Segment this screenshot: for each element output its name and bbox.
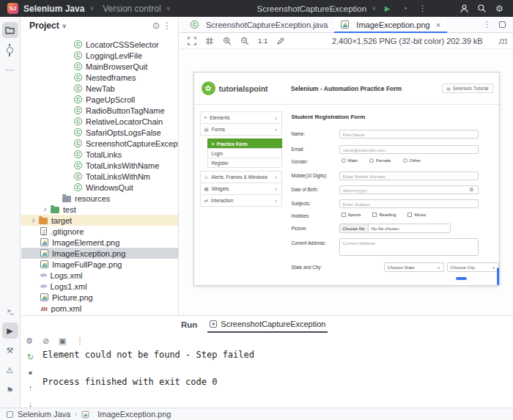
- email-input: [339, 145, 479, 154]
- tree-item[interactable]: CRadioButtonTagName: [21, 105, 178, 116]
- settings-gear-icon[interactable]: ⚙: [493, 2, 506, 15]
- console-settings-icon[interactable]: ⚙: [26, 336, 33, 346]
- tab-image-file[interactable]: ImageException.png ×: [334, 17, 447, 32]
- tree-item[interactable]: ImageElement.png: [21, 237, 178, 248]
- tree-item[interactable]: CPageUpScroll: [21, 94, 178, 105]
- up-stack-icon[interactable]: ↑: [29, 383, 33, 392]
- tree-item[interactable]: CNestedframes: [21, 72, 178, 83]
- console-options-icon[interactable]: ⋮: [76, 336, 84, 346]
- tab-java-file[interactable]: C ScreenshotCaptureException.java: [184, 17, 334, 32]
- tree-item[interactable]: ›test: [21, 204, 178, 215]
- grid-icon[interactable]: [205, 37, 214, 45]
- chevron-right-icon: ›: [30, 216, 37, 224]
- tree-item[interactable]: .gitignore: [21, 226, 178, 237]
- radio-male: Male: [342, 158, 358, 163]
- profiler-icon[interactable]: ◔: [399, 2, 411, 15]
- tree-item[interactable]: CNewTab: [21, 83, 178, 94]
- tree-item[interactable]: mpom.xml: [21, 303, 178, 314]
- tab-options-icon[interactable]: ⋮: [483, 20, 491, 29]
- stop-icon[interactable]: ■: [29, 369, 32, 376]
- run-button[interactable]: ▶: [381, 2, 394, 15]
- close-tab-icon[interactable]: ×: [436, 21, 440, 29]
- project-name-menu[interactable]: Selenium Java: [23, 4, 84, 14]
- class-icon: C: [74, 172, 82, 180]
- tree-item-label: WindowsQuit: [86, 183, 133, 192]
- breadcrumb-project[interactable]: Selenium Java: [18, 410, 70, 419]
- tree-item[interactable]: CMainBrowserQuit: [21, 61, 178, 72]
- layout-icon[interactable]: ▣: [59, 336, 66, 346]
- commit-tool-icon[interactable]: [2, 42, 18, 58]
- tree-item[interactable]: CScreenshotCaptureException: [21, 138, 178, 149]
- tree-item[interactable]: CTotalLinksWithName: [21, 160, 178, 171]
- more-tools-icon[interactable]: ⋯: [2, 62, 18, 78]
- class-icon: C: [74, 84, 82, 92]
- project-tool-icon[interactable]: [2, 22, 18, 38]
- mute-icon[interactable]: ⊘: [43, 336, 49, 346]
- hobbies-options: Sports Reading Music: [342, 212, 427, 217]
- radio-icon: [342, 158, 346, 163]
- tree-item-label: .gitignore: [51, 227, 84, 236]
- tree-item[interactable]: CWindowsQuit: [21, 182, 178, 193]
- run-configuration-selector[interactable]: ScreenshotCaptureException: [257, 4, 367, 13]
- tree-item-label: LoggingLevlFile: [86, 51, 142, 60]
- tree-item-label: ImageElement.png: [52, 238, 119, 247]
- tree-item-label: ScreenshotCaptureException: [86, 139, 179, 148]
- bookmarks-tool-icon[interactable]: ⚑: [2, 382, 18, 398]
- checkbox-icon: [342, 213, 346, 217]
- folder-icon: [62, 196, 71, 202]
- problems-tool-icon[interactable]: ⚠: [2, 362, 18, 378]
- search-icon[interactable]: [476, 2, 488, 15]
- editor-layout-icon[interactable]: [499, 21, 506, 28]
- xml-file-icon: </>: [40, 284, 47, 289]
- tree-item[interactable]: </>Logs.xml: [21, 270, 178, 281]
- chevron-down-icon: ∨: [492, 265, 495, 270]
- form-title: Student Registration Form: [292, 114, 366, 120]
- tree-item-label: resources: [75, 194, 110, 203]
- fit-zoom-icon[interactable]: [188, 37, 196, 45]
- user-profile-icon[interactable]: [458, 2, 470, 15]
- build-tool-icon[interactable]: ⚒: [2, 342, 18, 358]
- class-icon: C: [74, 128, 82, 136]
- zoom-level-label[interactable]: 1:1: [258, 37, 267, 45]
- tree-item-label: Logs.xml: [51, 271, 83, 280]
- panel-options-icon[interactable]: ⋮: [163, 21, 171, 31]
- previewed-screenshot: ✿ tutorialspoint Selenium - Automation P…: [193, 72, 500, 286]
- tree-item[interactable]: CRelativeLocatorChain: [21, 116, 178, 127]
- vcs-menu[interactable]: Version control: [103, 4, 160, 14]
- run-tool-icon[interactable]: ▶: [2, 323, 18, 339]
- tree-item[interactable]: CLocatorCSSSelector: [21, 39, 178, 50]
- tree-item[interactable]: Picture.png: [21, 292, 178, 303]
- run-panel-header: Run ScreenshotCaptureException: [21, 316, 513, 333]
- chevron-down-icon: ∨: [372, 5, 376, 12]
- tree-item-label: target: [51, 216, 72, 225]
- locate-file-icon[interactable]: ⊙: [152, 21, 160, 31]
- more-actions-icon[interactable]: ⋮: [416, 2, 429, 15]
- dob-input: [339, 185, 479, 194]
- tree-item[interactable]: ImageFullPage.png: [21, 259, 178, 270]
- tree-item-label: NewTab: [86, 84, 115, 93]
- tree-item[interactable]: CTotalLinksWithNm: [21, 171, 178, 182]
- checkbox-music: Music: [407, 212, 426, 217]
- option-label: Sports: [348, 212, 361, 217]
- zoom-in-icon[interactable]: [223, 37, 232, 45]
- tree-item[interactable]: CSafariOptsLogsFalse: [21, 127, 178, 138]
- state-select: Choose State∨: [384, 262, 444, 272]
- tree-item[interactable]: resources: [21, 193, 178, 204]
- tree-item[interactable]: CLoggingLevlFile: [21, 50, 178, 61]
- zoom-out-icon[interactable]: [240, 37, 249, 45]
- breadcrumb-file[interactable]: ImageException.png: [97, 410, 171, 419]
- tree-item[interactable]: ›target: [21, 215, 178, 226]
- run-config-tab[interactable]: ScreenshotCaptureException: [207, 316, 328, 333]
- tree-item[interactable]: </>Logs1.xml: [21, 281, 178, 292]
- tree-item-selected[interactable]: ImageException.png: [21, 248, 178, 259]
- project-panel: Project ∨ ⊙ ⋮ CLocatorCSSSelector CLoggi…: [21, 17, 179, 315]
- option-label: Female: [376, 158, 391, 163]
- project-panel-title[interactable]: Project: [29, 21, 59, 31]
- rerun-icon[interactable]: ↻: [27, 353, 34, 362]
- terminal-tool-icon[interactable]: >_: [2, 303, 18, 319]
- maven-float-icon[interactable]: m: [498, 35, 507, 46]
- edit-image-icon[interactable]: [276, 37, 285, 45]
- tree-item-label: ImageFullPage.png: [52, 260, 122, 269]
- tab-bar-actions: ⋮: [483, 17, 513, 32]
- tree-item[interactable]: CTotalLinks: [21, 149, 178, 160]
